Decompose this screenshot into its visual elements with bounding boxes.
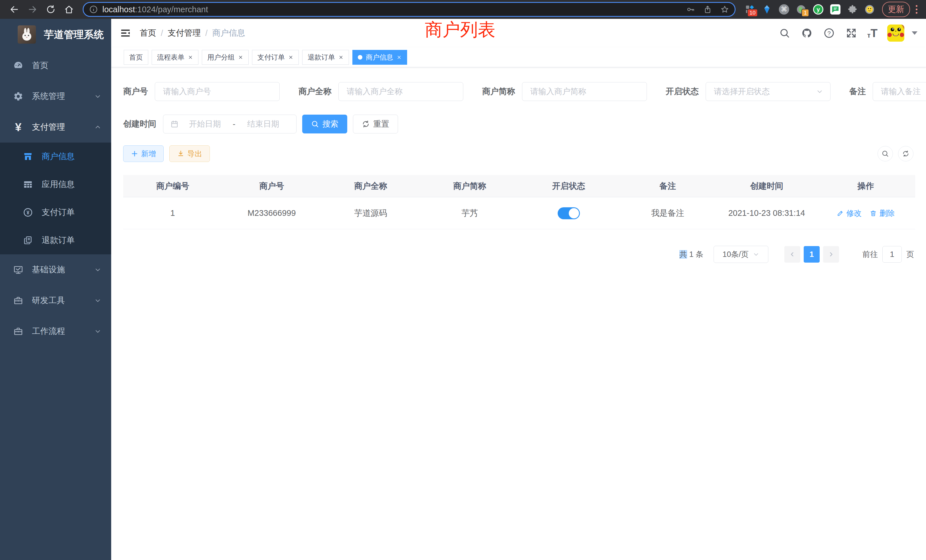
sidebar-item-workflow[interactable]: 工作流程	[0, 316, 111, 347]
start-date-placeholder[interactable]: 开始日期	[179, 119, 231, 129]
table-toolbar: 新增 导出	[123, 145, 915, 162]
browser-back-button[interactable]	[8, 3, 21, 16]
status-toggle[interactable]	[558, 207, 580, 219]
tab-process-form[interactable]: 流程表单	[152, 50, 198, 65]
help-icon[interactable]: ?	[823, 27, 835, 39]
chevron-down-icon	[94, 328, 101, 335]
browser-home-button[interactable]	[63, 3, 75, 16]
share-icon[interactable]	[704, 5, 712, 14]
breadcrumb-section[interactable]: 支付管理	[168, 27, 201, 39]
chevron-down-icon	[816, 88, 823, 95]
add-button[interactable]: 新增	[123, 145, 163, 162]
goto-page-input[interactable]	[882, 246, 902, 263]
create-time-range-picker[interactable]: 开始日期 - 结束日期	[163, 115, 297, 133]
svg-text:?: ?	[828, 30, 831, 36]
merchant-short-input[interactable]	[522, 82, 647, 101]
merchant-name-label: 商户全称	[298, 86, 331, 97]
browser-forward-button[interactable]	[26, 3, 39, 16]
github-icon[interactable]	[800, 27, 813, 39]
close-icon[interactable]	[288, 55, 294, 60]
extension-profile-icon[interactable]: 1	[796, 4, 807, 15]
edit-link[interactable]: 修改	[837, 208, 862, 218]
show-search-button[interactable]	[878, 146, 893, 161]
sidebar-item-system[interactable]: 系统管理	[0, 81, 111, 112]
fullscreen-icon[interactable]	[845, 27, 858, 39]
delete-link[interactable]: 删除	[870, 208, 895, 218]
browser-menu-icon[interactable]	[915, 5, 918, 14]
close-icon[interactable]	[338, 55, 343, 60]
navbar-actions: ? тT	[778, 24, 926, 42]
header-search-icon[interactable]	[778, 27, 791, 39]
sidebar: 芋道管理系统 首页 系统管理 ¥ 支付管理 商户信息 应用信息	[0, 19, 111, 560]
svg-text:¥: ¥	[27, 210, 29, 216]
tab-user-group[interactable]: 用户分组	[202, 50, 249, 65]
user-avatar[interactable]	[887, 24, 904, 42]
main-area: 商户列表 首页 / 支付管理 / 商户信息 ? тT 首页 流程表单 用户分组 …	[111, 19, 926, 560]
current-page-button[interactable]: 1	[804, 246, 820, 263]
reset-button[interactable]: 重置	[353, 115, 398, 133]
gear-icon	[12, 91, 24, 101]
tab-home[interactable]: 首页	[124, 50, 148, 65]
password-key-icon[interactable]	[686, 5, 695, 14]
extension-emoji-icon[interactable]	[864, 4, 875, 15]
site-info-icon[interactable]	[89, 5, 98, 14]
top-navbar: 首页 / 支付管理 / 商户信息 ? тT	[111, 19, 926, 47]
sidebar-item-dev-tools[interactable]: 研发工具	[0, 285, 111, 316]
extension-pin-icon[interactable]	[761, 4, 773, 15]
extension-y-icon[interactable]: y	[813, 4, 824, 15]
dashboard-icon	[12, 61, 24, 71]
tab-merchant-info[interactable]: 商户信息	[353, 50, 407, 65]
sidebar-item-app-info[interactable]: 应用信息	[0, 171, 111, 198]
browser-reload-button[interactable]	[44, 3, 57, 16]
monitor-check-icon	[12, 265, 24, 275]
sidebar-item-pay-order[interactable]: ¥ 支付订单	[0, 198, 111, 226]
page-size-select[interactable]: 10条/页	[714, 246, 768, 263]
table-header: 商户编号 商户号 商户全称 商户简称 开启状态 备注 创建时间 操作	[123, 175, 915, 197]
app-logo-row[interactable]: 芋道管理系统	[0, 19, 111, 50]
search-button[interactable]: 搜索	[302, 115, 347, 133]
refresh-table-button[interactable]	[898, 146, 914, 161]
prev-page-button[interactable]	[784, 246, 800, 263]
tab-pay-order[interactable]: 支付订单	[252, 50, 299, 65]
close-icon[interactable]	[238, 55, 243, 60]
chevron-up-icon	[94, 123, 101, 131]
shop-icon	[22, 151, 34, 162]
page-annotation-title: 商户列表	[425, 20, 495, 40]
page-unit-label: 页	[906, 249, 914, 259]
end-date-placeholder[interactable]: 结束日期	[237, 119, 289, 129]
extension-chat-icon[interactable]	[830, 4, 841, 15]
yen-circle-icon: ¥	[22, 207, 34, 218]
sidebar-item-label: 工作流程	[32, 325, 65, 337]
sidebar-item-merchant-info[interactable]: 商户信息	[0, 142, 111, 171]
browser-update-button[interactable]: 更新	[882, 2, 910, 17]
pagination-total: 共 1 条	[679, 249, 704, 259]
sidebar-item-payment[interactable]: ¥ 支付管理	[0, 112, 111, 142]
extension-grid-icon[interactable]: 10	[744, 4, 755, 15]
cell-merchant-no: M233666999	[222, 197, 321, 229]
export-button[interactable]: 导出	[169, 145, 210, 162]
merchant-short-label: 商户简称	[482, 86, 515, 97]
address-bar[interactable]: localhost:1024/pay/merchant	[83, 2, 735, 17]
breadcrumb-home[interactable]: 首页	[140, 27, 156, 39]
sidebar-collapse-icon[interactable]	[120, 27, 131, 39]
sidebar-item-refund-order[interactable]: 退款订单	[0, 226, 111, 254]
chevron-down-icon	[94, 266, 101, 274]
bookmark-star-icon[interactable]	[720, 5, 729, 14]
font-size-icon[interactable]: тT	[867, 27, 878, 39]
tab-refund-order[interactable]: 退款订单	[302, 50, 349, 65]
close-icon[interactable]	[396, 55, 402, 60]
next-page-button[interactable]	[823, 246, 839, 263]
sidebar-item-label: 基础设施	[32, 264, 65, 275]
extension-badge: 1	[801, 9, 809, 17]
sidebar-item-infrastructure[interactable]: 基础设施	[0, 254, 111, 285]
remark-input[interactable]	[873, 82, 926, 101]
close-icon[interactable]	[188, 55, 193, 60]
extension-puzzle-icon[interactable]	[847, 4, 858, 15]
extension-command-icon[interactable]: ⌘	[778, 4, 790, 15]
status-select[interactable]: 请选择开启状态	[706, 82, 831, 101]
sidebar-item-home[interactable]: 首页	[0, 50, 111, 81]
merchant-name-input[interactable]	[338, 82, 463, 101]
chevron-down-icon	[94, 297, 101, 304]
merchant-no-input[interactable]	[155, 82, 280, 101]
avatar-caret-icon[interactable]	[912, 31, 917, 35]
